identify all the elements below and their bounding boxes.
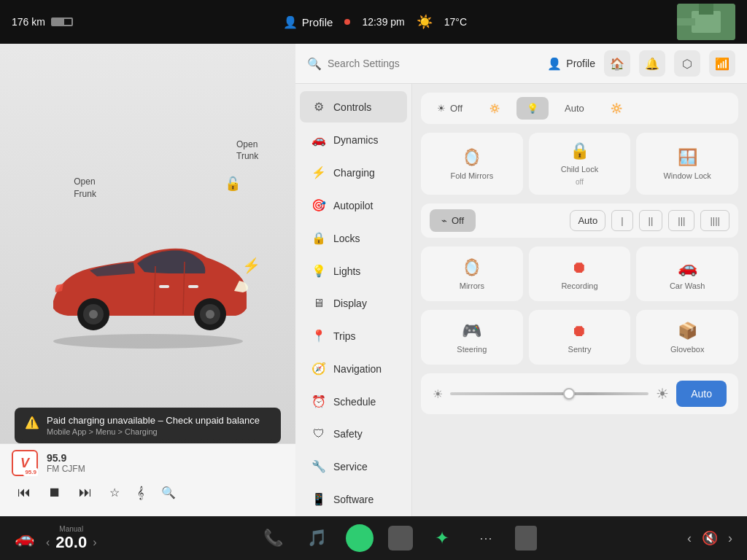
chevron-left-icon[interactable]: ‹ xyxy=(687,531,692,546)
dots-icon[interactable]: ⋯ xyxy=(471,524,500,553)
svg-point-12 xyxy=(206,310,214,319)
profile-button[interactable]: 👤 Profile xyxy=(547,57,595,71)
menu-item-charging[interactable]: ⚡ Charging xyxy=(300,157,407,188)
glovebox-card[interactable]: 📦 Glovebox xyxy=(636,310,738,365)
menu-item-dynamics[interactable]: 🚗 Dynamics xyxy=(300,124,407,155)
parking-light-icon: 🔅 xyxy=(489,103,500,114)
search-button[interactable]: 🔍 xyxy=(158,483,179,502)
light-headlight-button[interactable]: 💡 xyxy=(516,97,549,120)
light-off-button[interactable]: ☀ Off xyxy=(427,97,473,120)
volume-icon[interactable]: 🔇 xyxy=(702,530,718,546)
recording-card[interactable]: ⏺ Recording xyxy=(529,246,631,301)
lights-row: ☀ Off 🔅 💡 Auto 🔆 xyxy=(421,93,738,124)
wiper-auto-button[interactable]: Auto xyxy=(570,210,605,231)
wiper-icon: ⌁ xyxy=(441,215,447,226)
alert-banner: ⚠️ Paid charging unavailable – Check unp… xyxy=(15,408,281,443)
stop-button[interactable]: ⏹ xyxy=(45,482,64,503)
auto-brightness-button[interactable]: Auto xyxy=(676,381,727,407)
nav-icon[interactable]: 🎵 xyxy=(302,524,331,553)
car-wash-card[interactable]: 🚗 Car Wash xyxy=(636,246,738,301)
software-icon: 📱 xyxy=(311,492,326,506)
wiper-off-button[interactable]: ⌁ Off xyxy=(430,209,476,232)
display-icon: 🖥 xyxy=(311,297,326,310)
open-trunk-label[interactable]: OpenTrunk xyxy=(236,139,258,163)
cross-icon[interactable]: ✦ xyxy=(427,524,457,553)
taskbar: 🚗 Manual ‹ 20.0 › 📞 🎵 ✦ ⋯ ‹ 🔇 › xyxy=(0,516,747,560)
wiper-speed1-button[interactable]: | xyxy=(611,210,632,231)
mirrors-card[interactable]: 🪞 Mirrors xyxy=(421,246,523,301)
search-bar[interactable]: 🔍 xyxy=(307,57,468,71)
favorite-button[interactable]: ☆ xyxy=(107,483,123,502)
home-button[interactable]: 🏠 xyxy=(604,50,630,77)
service-icon: 🔧 xyxy=(311,459,326,473)
open-frunk-label[interactable]: OpenFrunk xyxy=(74,176,96,201)
svg-point-9 xyxy=(89,310,98,319)
wiper-speed4-button[interactable]: |||| xyxy=(700,210,729,231)
light-parking-button[interactable]: 🔅 xyxy=(479,97,511,120)
charging-menu-icon: ⚡ xyxy=(311,166,326,179)
menu-item-autopilot[interactable]: 🎯 Autopilot xyxy=(300,190,407,221)
child-lock-icon: 🔒 xyxy=(570,141,589,160)
child-lock-card[interactable]: 🔒 Child Lock off xyxy=(529,133,631,195)
brightness-low-icon: ☀ xyxy=(433,387,443,401)
menu-item-service[interactable]: 🔧 Service xyxy=(300,451,407,482)
left-panel: OpenFrunk OpenTrunk 🔓 ⚡ xyxy=(0,44,295,516)
controls-icon: ⚙ xyxy=(311,100,326,114)
light-highbeam-button[interactable]: 🔆 xyxy=(600,97,632,120)
menu-item-trips[interactable]: 📍 Trips xyxy=(300,320,407,351)
lights-icon: 💡 xyxy=(311,264,326,278)
green-circle-icon[interactable] xyxy=(346,524,374,552)
car-image xyxy=(31,221,265,352)
search-input[interactable] xyxy=(328,58,468,69)
brightness-row: ☀ ☀ Auto xyxy=(421,373,738,414)
brightness-slider[interactable] xyxy=(450,392,649,395)
square-icon[interactable] xyxy=(388,526,413,551)
highbeam-icon: 🔆 xyxy=(611,103,622,114)
wiper-speed2-button[interactable]: || xyxy=(639,210,663,231)
window-lock-icon: 🪟 xyxy=(678,148,697,167)
radio-logo: V 95.9 xyxy=(12,450,38,476)
light-auto-button[interactable]: Auto xyxy=(554,97,595,120)
sentry-card[interactable]: ⏺ Sentry xyxy=(529,310,631,365)
alert-subtitle: Mobile App > Menu > Charging xyxy=(47,427,260,436)
alert-icon: ⚠️ xyxy=(25,416,39,429)
speed-label: Manual xyxy=(59,525,83,533)
safety-icon: 🛡 xyxy=(311,427,326,440)
menu-item-software[interactable]: 📱 Software xyxy=(300,483,407,515)
next-button[interactable]: ⏭ xyxy=(76,482,95,503)
top-control-grid: 🪞 Fold Mirrors 🔒 Child Lock off 🪟 Window… xyxy=(421,133,738,195)
speed-increase-button[interactable]: › xyxy=(93,536,96,549)
eq-button[interactable]: 𝄞 xyxy=(134,483,147,502)
menu-item-display[interactable]: 🖥 Display xyxy=(300,288,407,319)
lte-button[interactable]: 📶 xyxy=(709,50,735,77)
menu-item-safety[interactable]: 🛡 Safety xyxy=(300,419,407,449)
taskbar-center: 📞 🎵 ✦ ⋯ xyxy=(108,524,687,553)
range-display: 176 km xyxy=(12,16,45,28)
menu-item-controls[interactable]: ⚙ Controls xyxy=(300,91,407,122)
menu-item-navigation[interactable]: 🧭 Navigation xyxy=(300,353,407,384)
steering-card[interactable]: 🎮 Steering xyxy=(421,310,523,365)
menu-item-lights[interactable]: 💡 Lights xyxy=(300,255,407,287)
search-icon: 🔍 xyxy=(307,57,322,71)
speed-value: 20.0 xyxy=(55,533,87,552)
bell-button[interactable]: 🔔 xyxy=(639,50,665,77)
bluetooth-button[interactable]: ⬡ xyxy=(674,50,700,77)
settings-menu: ⚙ Controls 🚗 Dynamics ⚡ Charging 🎯 Autop… xyxy=(295,84,412,516)
trunk-lock-icon: 🔓 xyxy=(225,176,241,192)
window-lock-card[interactable]: 🪟 Window Lock xyxy=(636,133,738,195)
speed-display: Manual ‹ 20.0 › xyxy=(34,525,108,552)
speed-decrease-button[interactable]: ‹ xyxy=(46,536,50,549)
svg-rect-13 xyxy=(159,285,169,288)
prev-button[interactable]: ⏮ xyxy=(15,482,34,503)
fold-mirrors-card[interactable]: 🪞 Fold Mirrors xyxy=(421,133,523,195)
phone-icon[interactable]: 📞 xyxy=(258,524,287,553)
radio-station: 95.9 xyxy=(47,452,284,464)
wiper-speed3-button[interactable]: ||| xyxy=(668,210,694,231)
chevron-right-icon[interactable]: › xyxy=(728,531,732,546)
status-right xyxy=(677,4,735,40)
menu-item-schedule[interactable]: ⏰ Schedule xyxy=(300,386,407,417)
profile-button-top[interactable]: 👤 Profile xyxy=(283,15,333,29)
menu-item-locks[interactable]: 🔒 Locks xyxy=(300,222,407,254)
rect-icon[interactable] xyxy=(515,526,537,551)
navigation-icon: 🧭 xyxy=(311,362,326,376)
